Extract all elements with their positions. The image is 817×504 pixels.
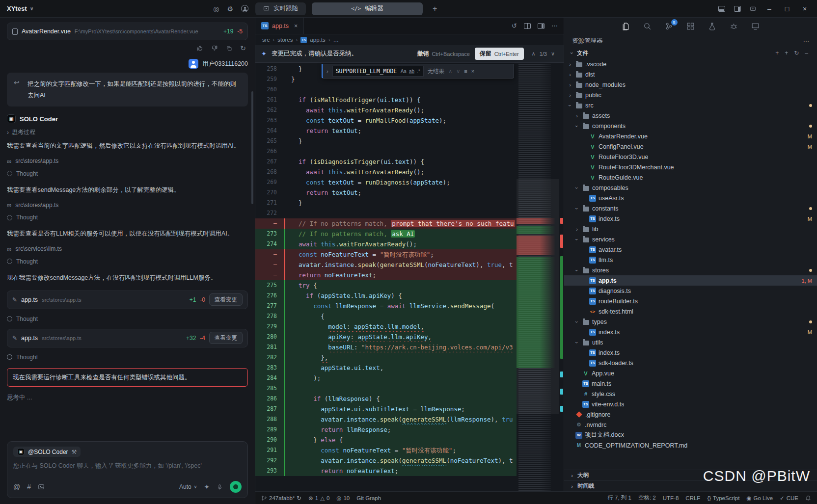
breadcrumb-src[interactable]: src (262, 37, 270, 43)
find-expand-icon[interactable]: › (327, 68, 328, 74)
sync-icon[interactable]: ↻ (297, 495, 301, 502)
tree-item[interactable]: ›VApp.vue (564, 368, 817, 378)
tree-item[interactable]: ›dist (564, 69, 817, 80)
new-folder-icon[interactable]: + (785, 50, 788, 56)
whole-word-icon[interactable]: ab (409, 69, 414, 74)
tree-item[interactable]: ›TSavatar.ts (564, 244, 817, 255)
code-line[interactable]: – avatar.instance.speak(generateSSML(noF… (255, 260, 517, 270)
tree-item[interactable]: ›utils (564, 337, 817, 347)
tree-item[interactable]: ›VRouteGuide.vue (564, 172, 817, 183)
project-menu[interactable]: XYtest ∨ (7, 5, 34, 12)
problems-item[interactable]: ⊗1 △0 (308, 495, 329, 502)
debug-icon[interactable] (729, 21, 739, 31)
sparkle-icon[interactable]: ✦ (204, 483, 210, 491)
indent-item[interactable]: 空格: 2 (638, 494, 656, 502)
close-button[interactable]: × (800, 5, 809, 13)
files-section-header[interactable]: › 文件 + + ↻ – (564, 47, 817, 59)
tree-item[interactable]: ›TSdiagnosis.ts (564, 286, 817, 296)
new-tab-button[interactable]: + (429, 2, 441, 15)
code-line[interactable]: – return noFeatureText; (255, 270, 517, 280)
file-reference[interactable]: ∞src\services\llm.ts (7, 245, 248, 253)
code-line[interactable]: – // If no patterns match, prompt that t… (255, 218, 517, 229)
voice-record-button[interactable] (230, 481, 242, 493)
code-line[interactable]: 291 const noFeatureText = "暂时没有该功能"; (255, 445, 517, 455)
tree-item[interactable]: ›assets (564, 110, 817, 121)
close-tab-icon[interactable]: × (294, 23, 298, 29)
new-file-icon[interactable]: + (775, 50, 779, 56)
tree-item[interactable]: ›src (564, 100, 817, 110)
extensions-icon[interactable] (686, 21, 696, 31)
tree-item[interactable]: ›TSvite-env.d.ts (564, 399, 817, 409)
code-line[interactable]: 284 ); (255, 373, 517, 383)
code-line[interactable]: 290 } else { (255, 435, 517, 445)
code-line[interactable]: – const noFeatureText = "暂时没有该功能"; (255, 249, 517, 260)
code-line[interactable]: 267 if (isDiagnosisTrigger(ui.text)) { (255, 157, 517, 167)
agent-chip[interactable]: ▣ @SOLO Coder ⚒ (13, 447, 81, 457)
code-line[interactable]: 288 avatar.instance.speak(generateSSML(l… (255, 414, 517, 424)
hash-icon[interactable]: # (27, 483, 31, 491)
tree-item[interactable]: ›components (564, 121, 817, 131)
tree-item[interactable]: ›TSuseAsr.ts (564, 193, 817, 203)
screen-share-icon[interactable] (750, 5, 756, 12)
layout-icon[interactable] (538, 23, 545, 29)
code-line[interactable]: 286 if (llmResponse) { (255, 394, 517, 404)
image-icon[interactable] (38, 483, 45, 490)
file-reference[interactable]: ∞src\stores\app.ts (7, 201, 248, 209)
thinking-process-toggle[interactable]: › 思考过程 (7, 128, 248, 136)
cursor-position-item[interactable]: 行 7, 列 1 (607, 494, 631, 502)
maximize-button[interactable]: □ (783, 5, 791, 13)
chat-input[interactable]: 您正在与 SOLO Coder 聊天，输入 '/' 获取更多能力，如 '/pla… (13, 462, 242, 470)
undo-changes-button[interactable]: 撤销 Ctrl+Backspace (417, 50, 469, 58)
toggle-sidebar-icon[interactable] (734, 6, 741, 12)
regenerate-icon[interactable]: ↻ (240, 44, 246, 52)
history-icon[interactable]: ↺ (512, 22, 517, 29)
close-find-icon[interactable]: × (471, 68, 474, 74)
code-line[interactable]: 263 const textOut = runMallFood(appState… (255, 115, 517, 126)
tree-item[interactable]: ›public (564, 90, 817, 100)
tree-item[interactable]: ›types (564, 317, 817, 327)
minimize-button[interactable]: – (765, 5, 774, 13)
editor-tab-app-ts[interactable]: TS app.ts × (255, 18, 304, 34)
collapse-folders-icon[interactable]: – (805, 50, 808, 56)
tree-item[interactable]: ›stores (564, 265, 817, 275)
change-card[interactable]: ✎app.tssrc\stores\app.ts+32-4查看变更 (7, 329, 248, 347)
split-editor-icon[interactable] (524, 23, 531, 29)
copy-icon[interactable] (226, 44, 232, 52)
encoding-item[interactable]: UTF-8 (663, 495, 679, 501)
tree-item[interactable]: ›#style.css (564, 389, 817, 399)
files-icon[interactable] (621, 21, 631, 31)
tree-item[interactable]: ›⚙.nvmdrc (564, 420, 817, 430)
tree-item[interactable]: ›TSllm.ts (564, 255, 817, 265)
tree-item[interactable]: ›lib (564, 224, 817, 234)
code-line[interactable]: 289 return llmResponse; (255, 424, 517, 435)
source-control-icon[interactable]: 5 (664, 21, 674, 31)
regex-icon[interactable]: .* (417, 69, 420, 74)
tree-item[interactable]: ›composables (564, 183, 817, 193)
code-line[interactable]: 266 (255, 146, 517, 157)
tree-item[interactable]: ›constants (564, 203, 817, 213)
view-changes-button[interactable]: 查看变更 (209, 293, 243, 306)
minimap-viewport[interactable] (517, 179, 559, 414)
code-line[interactable]: 274 await this.waitForAvatarReady(); (255, 239, 517, 249)
tree-item[interactable]: ›VRouteFloor3DMerchant.vue (564, 162, 817, 172)
code-line[interactable]: 276 if (appState.llm.apiKey) { (255, 291, 517, 301)
find-next-icon[interactable]: ∨ (456, 68, 460, 75)
code-line[interactable]: 280 apiKey: appState.llm.apiKey, (255, 332, 517, 342)
context-file-card[interactable]: AvatarRender.vue F:\myPro\XYtest\src\com… (7, 23, 248, 40)
code-line[interactable]: 277 const llmResponse = await llmService… (255, 301, 517, 311)
code-line[interactable]: 281 baseURL: "https://ark.cn-beijing.vol… (255, 342, 517, 352)
tree-item[interactable]: ›TSindex.tsM (564, 327, 817, 337)
keep-changes-button[interactable]: 保留 Ctrl+Enter (475, 48, 524, 60)
next-change-icon[interactable]: ∨ (551, 51, 555, 57)
account-icon[interactable] (241, 5, 248, 12)
code-line[interactable]: 292 avatar.instance.speak(generateSSML(n… (255, 455, 517, 466)
mic-icon[interactable] (217, 484, 223, 490)
change-card[interactable]: ✎app.tssrc\stores\app.ts+1-0查看变更 (7, 291, 248, 309)
code-line[interactable]: 293 return noFeatureText; (255, 466, 517, 476)
testing-icon[interactable] (708, 21, 717, 31)
code-line[interactable]: 282 }, (255, 352, 517, 363)
tree-item[interactable]: ›VAvatarRender.vueM (564, 131, 817, 141)
tree-item[interactable]: ›TSmain.ts (564, 378, 817, 389)
thumbs-up-icon[interactable] (196, 44, 203, 52)
prev-change-icon[interactable]: ∧ (532, 51, 536, 57)
